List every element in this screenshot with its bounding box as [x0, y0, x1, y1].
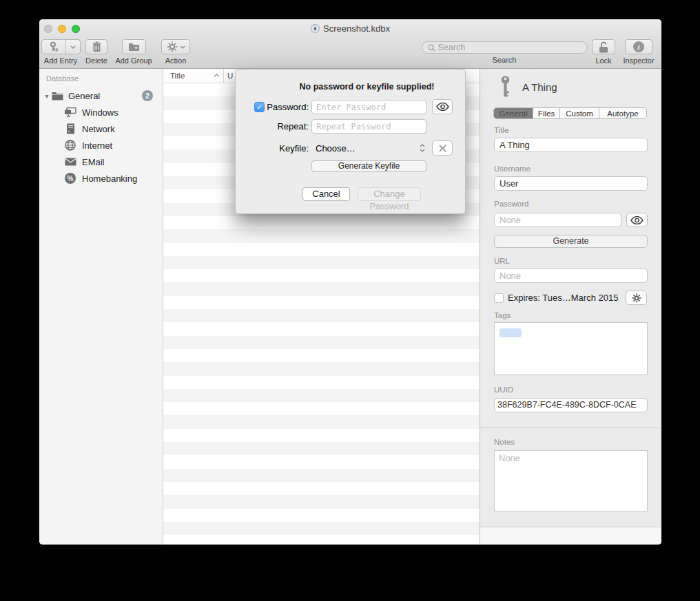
gear-icon [632, 293, 641, 303]
search-field[interactable] [422, 41, 588, 54]
password-input[interactable] [311, 100, 426, 114]
count-badge: 2 [142, 90, 153, 101]
toolbar: Add Entry Delete [39, 39, 661, 69]
key-icon [500, 76, 511, 98]
tab-autotype[interactable]: Autotype [599, 108, 646, 118]
homebanking-percent-icon: % [63, 173, 77, 184]
key-plus-icon [48, 41, 59, 52]
delete-tool: Delete [82, 39, 111, 65]
change-password-button[interactable]: Change Password [358, 187, 421, 201]
sidebar-item-label: Homebanking [82, 173, 137, 184]
sidebar-item-general[interactable]: ▾ General 2 [39, 87, 163, 104]
delete-button[interactable] [85, 39, 107, 54]
clear-keyfile-button[interactable] [432, 140, 453, 156]
reveal-password-button[interactable] [626, 213, 648, 227]
username-field[interactable] [494, 176, 648, 191]
email-icon [63, 158, 77, 166]
tags-box[interactable] [494, 322, 648, 375]
lock-tool: Lock [590, 39, 617, 65]
tab-general[interactable]: General [494, 108, 533, 118]
tags-label: Tags [494, 311, 661, 319]
chevron-down-icon [180, 45, 185, 49]
gear-icon [167, 41, 178, 52]
sidebar-item-windows[interactable]: Windows [39, 104, 163, 120]
stepper-icon [420, 144, 426, 152]
keyfile-popup[interactable]: Choose… [311, 143, 426, 154]
generate-keyfile-button[interactable]: Generate Keyfile [311, 160, 426, 172]
eye-icon [630, 216, 644, 224]
sidebar-item-email[interactable]: EMail [39, 154, 163, 170]
notes-label: Notes [494, 438, 661, 446]
tab-custom[interactable]: Custom [559, 108, 599, 118]
tab-files[interactable]: Files [533, 108, 559, 118]
repeat-password-input[interactable] [311, 119, 426, 134]
inspector-panel: A Thing General Files Custom Autotype Ti… [480, 69, 661, 545]
sidebar-item-homebanking[interactable]: % Homebanking [39, 170, 163, 187]
sidebar: Database ▾ General 2 [39, 69, 163, 545]
expires-checkbox[interactable] [494, 293, 504, 303]
entry-header: A Thing [500, 76, 647, 98]
tag-chip[interactable] [500, 328, 522, 337]
inspector-footer [480, 527, 661, 545]
url-field[interactable] [494, 268, 648, 283]
search-icon [428, 44, 435, 52]
sidebar-item-label: Internet [82, 140, 112, 151]
info-icon: i [633, 41, 644, 52]
username-field-label: Username [494, 165, 661, 173]
search-tool: Search [420, 39, 588, 64]
add-entry-dropdown-button[interactable] [65, 40, 80, 54]
sidebar-item-label: General [68, 91, 100, 101]
sort-ascending-icon [214, 74, 220, 77]
sidebar-item-label: Network [82, 124, 115, 134]
lock-label: Lock [595, 56, 611, 65]
search-label: Search [493, 56, 517, 64]
windows-icon [63, 107, 77, 118]
password-checkbox[interactable]: ✓ [254, 102, 265, 112]
generate-password-button[interactable]: Generate [494, 235, 648, 248]
sidebar-item-internet[interactable]: Internet [39, 137, 163, 154]
disclosure-triangle-icon[interactable]: ▾ [43, 92, 51, 100]
document-icon [311, 24, 320, 33]
password-label: Password: [267, 102, 309, 112]
add-group-button[interactable] [122, 39, 146, 54]
chevron-down-icon [70, 45, 76, 49]
password-field[interactable] [494, 213, 621, 227]
inspector-tabs: General Files Custom Autotype [493, 107, 647, 119]
add-entry-tool: Add Entry [41, 39, 81, 65]
title-field[interactable] [494, 138, 648, 152]
search-input[interactable] [438, 43, 581, 52]
folder-plus-icon [128, 42, 140, 52]
action-label: Action [165, 56, 187, 65]
inspector-divider [480, 428, 661, 428]
sidebar-item-network[interactable]: Network [39, 120, 163, 137]
reveal-password-button[interactable] [432, 99, 453, 114]
action-tool: Action [158, 39, 194, 65]
network-server-icon [63, 123, 77, 134]
lock-button[interactable] [592, 39, 615, 54]
column-header-title[interactable]: Title [163, 69, 224, 83]
inspector-button[interactable]: i [625, 39, 652, 54]
repeat-label: Repeat: [277, 121, 309, 131]
dialog-message: No password or keyfile supplied! [236, 82, 465, 92]
inspector-label: Inspector [623, 56, 654, 65]
uuid-field[interactable]: 38F629B7-FC4E-489C-8DCF-0CAE [494, 398, 648, 412]
window-title: Screenshot.kdbx [323, 23, 390, 34]
keyfile-label: Keyfile: [279, 143, 309, 154]
inspector-tool: i Inspector [622, 39, 655, 65]
desktop-background: Screenshot.kdbx [0, 0, 700, 601]
action-button[interactable] [161, 39, 190, 54]
url-field-label: URL [494, 257, 661, 265]
change-password-dialog: No password or keyfile supplied! ✓ Passw… [235, 69, 466, 214]
window-title-area: Screenshot.kdbx [39, 23, 661, 34]
uuid-label: UUID [494, 386, 661, 394]
add-group-tool: Add Group [112, 39, 155, 65]
title-field-label: Title [494, 126, 661, 134]
cancel-button[interactable]: Cancel [302, 187, 350, 201]
trash-icon [92, 41, 102, 52]
expires-settings-button[interactable] [626, 291, 647, 305]
add-entry-label: Add Entry [44, 56, 77, 65]
folder-icon [51, 92, 63, 101]
notes-field[interactable] [494, 450, 648, 512]
titlebar[interactable]: Screenshot.kdbx [39, 19, 661, 39]
add-entry-button[interactable] [42, 40, 65, 54]
